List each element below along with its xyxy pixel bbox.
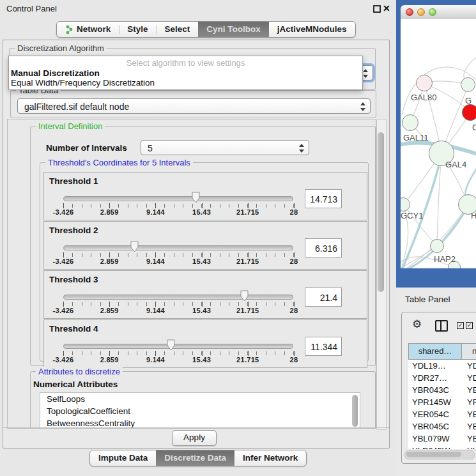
checkbox-icon[interactable]: ✓ (457, 322, 464, 329)
slider-ticks (63, 204, 294, 208)
threshold-4-slider-track[interactable] (63, 344, 293, 349)
slider-scale-labels: -3.4262.8599.144 15.4321.71528 (63, 307, 294, 314)
network-node[interactable] (430, 239, 444, 253)
node-label: GCY1 (401, 211, 423, 220)
dropdown-option-equal-width[interactable]: Equal Width/Frequency Discretization (11, 78, 155, 88)
gear-icon[interactable]: ⚙ (412, 318, 422, 331)
dropdown-option-manual[interactable]: Manual Discretization (11, 68, 100, 78)
table-rows: YDL19…YDL1 YDR27…YDR2 YBR043CYBR0 YPR145… (408, 360, 476, 449)
threshold-1-slider-track[interactable] (63, 196, 293, 201)
table-data-groupbox: Table Data galFiltered.sif default node (10, 90, 376, 118)
tab-cyni-toolbox[interactable]: Cyni Toolbox (198, 22, 269, 37)
list-item[interactable]: TopologicalCoefficient (40, 405, 360, 417)
threshold-2-slider-thumb[interactable] (130, 240, 139, 253)
interval-definition-title: Interval Definition (36, 121, 105, 131)
threshold-2-label: Threshold 2 (49, 226, 98, 235)
slider-scale-labels: -3.4262.8599.144 15.4321.71528 (63, 208, 294, 216)
tab-discretize-data[interactable]: Discretize Data (156, 450, 234, 466)
slider-scale-labels: -3.4262.8599.144 15.4321.71528 (63, 356, 294, 364)
network-node-selected[interactable] (462, 104, 476, 121)
zoom-traffic-light[interactable] (429, 8, 436, 16)
tab-style[interactable]: Style (119, 22, 156, 37)
tab-jactivemnodules[interactable]: jActiveMNodules (269, 22, 355, 37)
screen: Control Panel ✕ Network Style Select Cyn… (0, 0, 476, 476)
threshold-2-slider-track[interactable] (63, 245, 293, 250)
tab-select[interactable]: Select (157, 22, 199, 37)
threshold-1-slider-thumb[interactable] (191, 191, 201, 204)
threshold-1-value-field[interactable]: 14.713 (305, 189, 342, 208)
node-label: GAL4 (445, 160, 466, 169)
network-canvas[interactable]: GAL80 G C GAL11 GAL4 GCY1 H HAP2 (401, 19, 476, 268)
cyni-toolbox-panel: Discretization Algorithm Select algorith… (3, 40, 390, 449)
number-of-intervals-combo[interactable]: 5 (141, 140, 309, 155)
table-row[interactable]: YER054CYER0 (408, 408, 476, 420)
attributes-groupbox: Attributes to discretize Numerical Attri… (30, 371, 376, 429)
number-of-intervals-label: Number of Intervals (46, 143, 127, 153)
bottom-tab-bar: Impute Data Discretize Data Infer Networ… (89, 450, 307, 466)
table-panel-body: ⚙ ✓ ✓ shared… n YDL19…YDL1 YDR27…YDR2 YB… (401, 312, 476, 464)
network-window: GAL80 G C GAL11 GAL4 GCY1 H HAP2 (396, 0, 476, 288)
table-row[interactable]: YBL079WYBL0 (408, 433, 476, 445)
column-header-name[interactable]: n (462, 343, 476, 360)
table-row[interactable]: YPR145WYPR1 (408, 396, 476, 408)
dropdown-hint: Select algorithm to view settings (9, 58, 362, 68)
thresholds-group-title: Threshold's Coordinates for 5 Intervals (45, 158, 193, 167)
table-data-combo[interactable]: galFiltered.sif default node (17, 98, 371, 114)
settings-viewport: Interval Definition Number of Intervals … (7, 119, 376, 429)
threshold-3-label: Threshold 3 (49, 275, 98, 284)
threshold-4-label: Threshold 4 (49, 324, 98, 334)
network-node[interactable] (402, 114, 418, 131)
horizontal-scrollbar[interactable] (404, 450, 475, 459)
close-traffic-light[interactable] (406, 8, 413, 16)
network-icon (65, 25, 73, 35)
top-tab-bar: Network Style Select Cyni Toolbox jActiv… (56, 21, 356, 38)
network-node[interactable] (461, 77, 475, 92)
float-window-icon[interactable] (373, 5, 381, 13)
threshold-4-slider-thumb[interactable] (166, 339, 176, 351)
threshold-4-box: Threshold 4 -3.4262.8599.144 15.4321.715… (43, 319, 367, 368)
panel-title: Control Panel (6, 4, 57, 13)
list-item[interactable]: SelfLoops (40, 393, 360, 405)
combo-arrows-icon (360, 102, 365, 111)
network-node[interactable] (416, 75, 433, 91)
tab-impute-data[interactable]: Impute Data (90, 450, 156, 466)
apply-button[interactable]: Apply (172, 430, 217, 446)
interval-definition-groupbox: Interval Definition Number of Intervals … (30, 126, 376, 366)
table-row[interactable]: YDL19…YDL1 (408, 360, 476, 372)
columns-icon[interactable] (435, 320, 448, 332)
node-label: H (471, 211, 476, 220)
close-icon[interactable]: ✕ (383, 3, 390, 13)
table-row[interactable]: YBR045CYBR0 (408, 420, 476, 433)
tab-infer-network[interactable]: Infer Network (234, 450, 306, 466)
network-window-titlebar[interactable] (401, 5, 476, 20)
tab-network[interactable]: Network (57, 22, 119, 37)
table-row[interactable]: YBR043CYBR0 (408, 384, 476, 396)
minimize-traffic-light[interactable] (417, 8, 425, 16)
slider-ticks (63, 253, 294, 257)
column-header-shared[interactable]: shared… (408, 343, 462, 360)
tab-network-label: Network (77, 22, 111, 37)
combo-arrows-icon (298, 144, 304, 153)
slider-ticks (63, 302, 294, 306)
list-scrollbar[interactable] (352, 395, 358, 427)
scrollbar-thumb[interactable] (406, 452, 461, 457)
algorithm-dropdown-popup: Select algorithm to view settings Manual… (8, 56, 363, 90)
table-panel-title: Table Panel (405, 295, 450, 304)
threshold-3-value-field[interactable]: 21.4 (305, 288, 342, 307)
threshold-2-box: Threshold 2 -3.4262.8599.144 15.4321.715… (43, 221, 367, 270)
threshold-3-slider-track[interactable] (63, 295, 293, 300)
node-label: GAL11 (403, 133, 429, 142)
settings-scrollbar[interactable] (376, 119, 387, 430)
scrollbar-thumb[interactable] (378, 132, 384, 292)
threshold-4-value-field[interactable]: 11.344 (305, 337, 342, 356)
table-row[interactable]: YLR345WYLR3 (408, 445, 476, 449)
threshold-3-slider-thumb[interactable] (240, 289, 249, 302)
table-panel: Table Panel ⚙ ✓ ✓ shared… n YDL19…YDL1 Y… (396, 288, 476, 476)
table-row[interactable]: YDR27…YDR2 (408, 372, 476, 384)
threshold-1-label: Threshold 1 (49, 176, 98, 186)
algorithm-group-title: Discretization Algorithm (15, 43, 107, 53)
node-label: G (465, 96, 472, 105)
node-label: C (472, 123, 476, 132)
threshold-2-value-field[interactable]: 6.316 (305, 238, 342, 257)
checkbox-icon[interactable]: ✓ (466, 322, 473, 329)
